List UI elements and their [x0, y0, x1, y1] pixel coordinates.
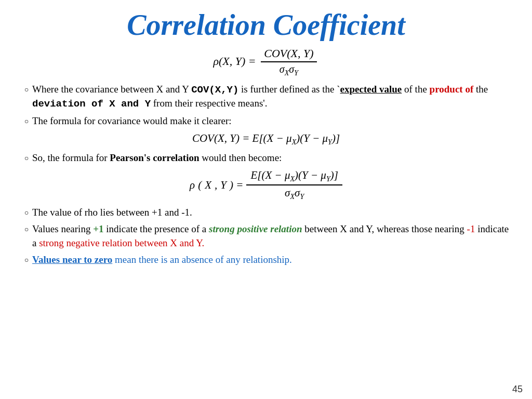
bullet-icon: ○ [21, 222, 32, 235]
plus1-label: +1 [93, 223, 103, 234]
bullet-icon: ○ [21, 206, 32, 218]
near-zero-label: Values near to zero [32, 254, 112, 265]
bullet-icon: ○ [21, 253, 32, 265]
bullet-text-2: The formula for covariance would make it… [32, 114, 511, 128]
bullet-list-2: ○ So, the formula for Pearson's correlat… [21, 151, 511, 165]
formula-rho2: ρ(X, Y) = E[(X − μX)(Y − μY)] σXσY [21, 169, 511, 201]
formula-rho: ρ(X, Y) = COV(X, Y) σXσY [21, 47, 511, 77]
bullet-text-5: Values nearing +1 indicate the presence … [32, 222, 511, 250]
rho2-denominator: σXσY [281, 185, 308, 201]
deviation-label: deviation of X and Y [32, 98, 151, 110]
rho2-fraction: E[(X − μX)(Y − μY)] σXσY [246, 169, 342, 201]
list-item: ○ The value of rho lies between +1 and -… [21, 206, 511, 220]
list-item: ○ So, the formula for Pearson's correlat… [21, 151, 511, 165]
bullet-text-3: So, the formula for Pearson's correlatio… [32, 151, 511, 165]
fraction-denominator: σXσY [276, 62, 301, 77]
page-number: 45 [512, 384, 523, 395]
minus1-label: -1 [467, 223, 475, 234]
bullet-list: ○ Where the covariance between X and Y C… [21, 83, 511, 128]
formula-lhs: ρ(X, Y) = [213, 54, 259, 67]
pearson-label: Pearson's correlation [110, 152, 199, 163]
page-title: Correlation Coefficient [21, 9, 511, 42]
list-item: ○ Where the covariance between X and Y C… [21, 83, 511, 111]
strong-neg-label: strong negative relation between X and Y… [39, 237, 204, 248]
bullet-icon: ○ [21, 151, 32, 164]
fraction-1: COV(X, Y) σXσY [261, 47, 316, 77]
list-item: ○ Values near to zero mean there is an a… [21, 253, 511, 267]
product-of-label: product of [430, 84, 474, 95]
fraction-numerator: COV(X, Y) [261, 47, 316, 62]
bullet-list-3: ○ The value of rho lies between +1 and -… [21, 206, 511, 267]
list-item: ○ Values nearing +1 indicate the presenc… [21, 222, 511, 250]
bullet-text-1: Where the covariance between X and Y COV… [32, 83, 511, 111]
rho2-numerator: E[(X − μX)(Y − μY)] [246, 169, 342, 185]
formula-cov: COV(X, Y) = E[(X − μX)(Y − μY)] [21, 132, 511, 147]
list-item: ○ The formula for covariance would make … [21, 114, 511, 128]
bullet-icon: ○ [21, 83, 32, 95]
expected-value-label: expected value [340, 84, 402, 95]
slide: Correlation Coefficient ρ(X, Y) = COV(X,… [0, 0, 532, 399]
bullet-icon: ○ [21, 114, 32, 127]
cov-label: COV(X,Y) [191, 84, 238, 96]
strong-pos-label: strong positive relation [209, 223, 302, 234]
bullet-text-6: Values near to zero mean there is an abs… [32, 253, 511, 267]
bullet-text-4: The value of rho lies between +1 and -1. [32, 206, 511, 220]
